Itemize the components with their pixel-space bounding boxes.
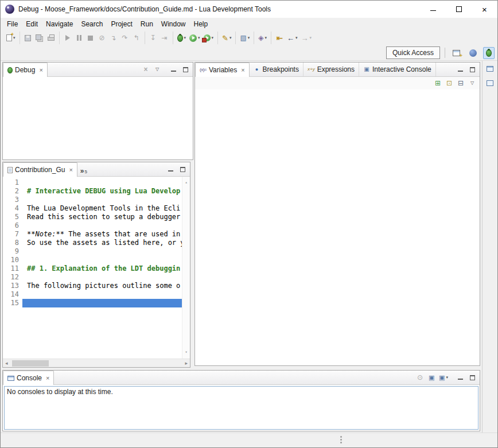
print-button[interactable]: [46, 32, 56, 44]
step-over-button[interactable]: ↷: [120, 32, 130, 44]
new-button[interactable]: ▾: [5, 32, 17, 44]
close-tab-icon[interactable]: ×: [39, 67, 42, 73]
scroll-down-icon[interactable]: ▾: [185, 348, 187, 357]
back-dropdown-arrow[interactable]: ▾: [295, 36, 298, 40]
annotations-dropdown-arrow[interactable]: ▾: [265, 36, 267, 40]
minimize-view-button[interactable]: [166, 165, 174, 173]
forward-button[interactable]: →▾: [300, 32, 313, 44]
menu-edit[interactable]: Edit: [22, 18, 42, 30]
close-window-button[interactable]: ×: [472, 1, 497, 18]
debug-button[interactable]: ▾: [176, 32, 188, 44]
maximize-view-button[interactable]: [468, 373, 476, 381]
use-step-filters-button[interactable]: ⇥: [159, 32, 170, 44]
maximize-view-button[interactable]: [178, 165, 186, 173]
minimize-window-button[interactable]: [420, 1, 446, 18]
minimize-icon: [168, 167, 173, 172]
minimized-views-button[interactable]: [484, 77, 496, 89]
code-line: So use the assets as listed here, or y: [22, 239, 182, 247]
new-wizard-dropdown-arrow[interactable]: ▾: [248, 36, 250, 40]
resume-button[interactable]: [63, 32, 73, 44]
external-tools-button[interactable]: ▾: [203, 32, 215, 44]
code-line: The following pictures outline some o: [22, 282, 182, 290]
menu-project[interactable]: Project: [107, 18, 136, 30]
suspend-button[interactable]: [74, 32, 84, 44]
step-over-icon: ↷: [122, 34, 127, 41]
close-tab-icon[interactable]: ×: [241, 67, 244, 73]
maximize-window-button[interactable]: [446, 1, 472, 18]
external-tools-dropdown-arrow[interactable]: ▾: [212, 36, 214, 40]
back-button[interactable]: ←▾: [286, 32, 299, 44]
menu-window[interactable]: Window: [157, 18, 190, 30]
code-area[interactable]: # Interactive DEBUG using Lua DevelopThe…: [22, 177, 182, 359]
show-logical-structures-button[interactable]: ⊡: [444, 77, 454, 89]
maximize-view-button[interactable]: [468, 65, 476, 73]
terminate-button[interactable]: [85, 32, 96, 44]
tab-debug[interactable]: Debug ×: [3, 63, 48, 77]
last-edit-location-button[interactable]: ⇤: [274, 32, 285, 44]
debug-perspective-button[interactable]: [483, 47, 495, 59]
code-line: Read this section to setup a debugger: [22, 213, 182, 221]
code-line: [22, 273, 182, 282]
tab-contribution-guide[interactable]: Contribution_Gu ×: [3, 162, 77, 177]
display-selected-console-button[interactable]: ▣: [426, 371, 437, 384]
close-tab-icon[interactable]: ×: [46, 375, 49, 381]
run-dropdown-arrow[interactable]: ▾: [198, 36, 200, 40]
tab-console[interactable]: Console ×: [3, 371, 54, 385]
restore-view-icon: [487, 66, 493, 72]
annotations-button[interactable]: ◈▾: [257, 32, 268, 44]
debug-dropdown-arrow[interactable]: ▾: [184, 36, 186, 40]
save-all-button[interactable]: [34, 32, 45, 44]
menu-help[interactable]: Help: [190, 18, 212, 30]
debug-view: Debug × ×▽: [2, 62, 193, 160]
open-perspective-button[interactable]: [450, 48, 463, 59]
show-type-names-button[interactable]: ⊞: [433, 77, 443, 89]
quick-access-button[interactable]: Quick Access: [386, 46, 440, 59]
open-task-dropdown-arrow[interactable]: ▾: [229, 36, 232, 40]
tab-expressions[interactable]: x+yExpressions: [304, 63, 359, 76]
debug-view-menu-icon: ▽: [155, 67, 159, 72]
tab-breakpoints[interactable]: ●Breakpoints: [250, 63, 304, 76]
hidden-editors-button[interactable]: » 5: [77, 162, 90, 176]
disconnect-button[interactable]: ⊘: [97, 32, 107, 44]
maximize-icon: [456, 6, 462, 12]
open-task-button[interactable]: ✎▾: [221, 32, 232, 44]
resume-icon: [65, 35, 70, 41]
editor-horizontal-scrollbar[interactable]: ◂ ▸: [3, 359, 190, 367]
scroll-left-icon[interactable]: ◂: [5, 360, 8, 366]
menu-file[interactable]: File: [3, 18, 22, 30]
menu-navigate[interactable]: Navigate: [42, 18, 77, 30]
minimize-view-button[interactable]: [456, 65, 464, 73]
collapse-all-button[interactable]: ⊟: [456, 77, 466, 89]
open-console-dropdown-arrow[interactable]: ▾: [446, 375, 448, 380]
new-wizard-button[interactable]: ▧▾: [239, 32, 251, 44]
maximize-view-button[interactable]: [181, 65, 189, 73]
tab-variables[interactable]: (x)=Variables×: [195, 63, 250, 77]
editor-vertical-scrollbar[interactable]: ▴ ▾: [182, 177, 190, 359]
scroll-up-icon[interactable]: ▴: [185, 178, 187, 187]
drop-to-frame-button[interactable]: ↧: [148, 32, 158, 44]
step-return-button[interactable]: ↰: [131, 32, 142, 44]
resize-gripper[interactable]: [340, 436, 342, 438]
menu-search[interactable]: Search: [77, 18, 107, 30]
ldt-perspective-button[interactable]: [466, 47, 480, 59]
forward-dropdown-arrow[interactable]: ▾: [310, 36, 312, 40]
line-number: 8: [3, 239, 22, 247]
line-number: 11: [3, 264, 22, 273]
minimize-view-button[interactable]: [456, 373, 464, 381]
restore-views-button[interactable]: [484, 63, 496, 75]
save-button[interactable]: [23, 32, 33, 44]
step-into-button[interactable]: ↴: [108, 32, 119, 44]
remove-all-terminated-button[interactable]: ×: [141, 63, 151, 76]
scroll-right-icon[interactable]: ▸: [185, 360, 188, 366]
variables-view-menu-button[interactable]: ▽: [467, 77, 477, 89]
annotations-icon: ◈: [258, 34, 263, 41]
minimize-view-button[interactable]: [169, 65, 177, 73]
scrollbar-thumb[interactable]: [12, 360, 49, 367]
menu-run[interactable]: Run: [137, 18, 157, 30]
run-button[interactable]: ▾: [188, 32, 201, 44]
debug-view-menu-button[interactable]: ▽: [152, 63, 162, 76]
tab-interactive-console[interactable]: ▣Interactive Console: [359, 63, 436, 76]
close-tab-icon[interactable]: ×: [69, 166, 72, 173]
pin-console-button[interactable]: ⊙: [415, 371, 425, 384]
open-console-button[interactable]: ▣▾: [438, 371, 449, 384]
